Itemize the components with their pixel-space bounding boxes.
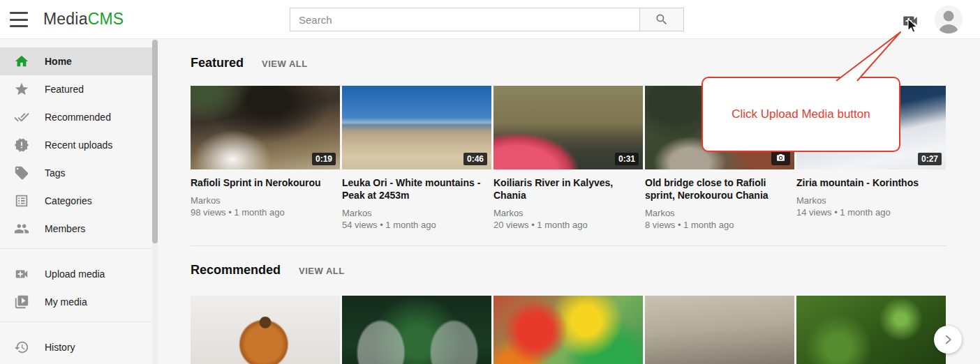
new-releases-icon (14, 137, 29, 153)
media-title[interactable]: Rafioli Sprint in Nerokourou (191, 176, 340, 189)
avatar[interactable] (935, 6, 963, 33)
annotation-text: Click Upload Media button (732, 107, 870, 121)
media-card[interactable]: 0:31 Koiliaris River in Kalyves, Chania … (493, 86, 643, 230)
media-card[interactable] (645, 296, 794, 364)
media-meta: 14 views • 1 month ago (796, 206, 946, 218)
media-card[interactable] (191, 296, 340, 364)
logo[interactable]: MediaCMS (43, 10, 124, 29)
sidebar-item-label: Members (45, 223, 85, 234)
logo-cms: CMS (88, 10, 124, 28)
sidebar-item-label: Home (45, 56, 72, 67)
media-meta: 54 views • 1 month ago (342, 219, 491, 231)
media-card[interactable] (342, 296, 491, 364)
image-type-badge (771, 151, 790, 165)
media-author[interactable]: Markos (493, 207, 643, 219)
media-thumbnail[interactable] (342, 296, 491, 364)
media-title[interactable]: Old bridge close to Rafioli sprint, Nero… (645, 176, 794, 202)
media-thumbnail[interactable]: 0:31 (493, 86, 643, 169)
recommended-section-header: Recommended VIEW ALL (191, 263, 980, 277)
double-check-icon (14, 109, 29, 125)
media-author[interactable]: Markos (796, 195, 946, 206)
media-title[interactable]: Ziria mountain - Korinthos (796, 176, 946, 189)
sidebar-item-my-media[interactable]: My media (0, 288, 152, 316)
star-icon (14, 82, 29, 97)
menu-icon[interactable] (10, 12, 28, 27)
tag-icon (14, 165, 29, 181)
search-button[interactable] (640, 8, 684, 31)
media-card[interactable]: 0:46 Leuka Ori - White mountains - Peak … (342, 86, 491, 230)
sidebar: Home Featured Recommended Recent uploads… (0, 39, 152, 364)
media-author[interactable]: Markos (342, 207, 491, 219)
sidebar-item-label: Upload media (45, 268, 105, 280)
sidebar-item-upload-media[interactable]: Upload media (0, 260, 152, 288)
sidebar-item-label: Categories (45, 195, 92, 206)
media-card[interactable] (796, 296, 946, 364)
sidebar-item-featured[interactable]: Featured (0, 75, 152, 103)
sidebar-item-label: History (45, 342, 75, 353)
section-title-featured: Featured (191, 56, 244, 70)
recommended-view-all-link[interactable]: VIEW ALL (299, 266, 345, 276)
sidebar-item-history[interactable]: History (0, 333, 152, 361)
home-icon (14, 54, 29, 69)
magnifier-icon (655, 13, 669, 26)
section-divider (191, 245, 947, 246)
sidebar-scrollbar-track[interactable] (152, 39, 158, 364)
annotation-callout: Click Upload Media button (701, 77, 900, 152)
people-icon (14, 221, 29, 236)
sidebar-item-recent-uploads[interactable]: Recent uploads (0, 131, 152, 159)
media-thumbnail[interactable]: 0:19 (191, 86, 340, 169)
media-meta: 98 views • 1 month ago (191, 206, 340, 218)
media-thumbnail[interactable] (796, 296, 946, 364)
person-silhouette-icon (935, 6, 963, 33)
list-box-icon (14, 193, 29, 208)
media-card[interactable] (493, 296, 643, 364)
mouse-cursor-icon (905, 18, 919, 33)
sidebar-item-label: Recommended (45, 112, 111, 123)
media-thumbnail[interactable] (645, 296, 794, 364)
video-library-icon (14, 294, 29, 310)
media-thumbnail[interactable] (493, 296, 643, 364)
media-title[interactable]: Koiliaris River in Kalyves, Chania (493, 176, 643, 202)
media-card[interactable]: 0:19 Rafioli Sprint in Nerokourou Markos… (191, 86, 340, 230)
chevron-right-icon (942, 333, 954, 346)
duration-badge: 0:19 (312, 153, 336, 165)
camera-icon (776, 153, 785, 162)
sidebar-scrollbar-thumb[interactable] (152, 40, 158, 243)
duration-badge: 0:27 (918, 153, 942, 165)
sidebar-item-tags[interactable]: Tags (0, 159, 152, 187)
search-input[interactable] (290, 8, 640, 31)
sidebar-item-recommended[interactable]: Recommended (0, 103, 152, 131)
sidebar-item-label: Recent uploads (45, 139, 112, 151)
sidebar-item-label: Featured (45, 84, 84, 95)
sidebar-item-label: My media (45, 296, 87, 308)
media-title[interactable]: Leuka Ori - White mountains - Peak at 24… (342, 176, 491, 202)
annotation-callout-tail (824, 25, 907, 84)
sidebar-item-members[interactable]: Members (0, 215, 152, 243)
section-title-recommended: Recommended (191, 263, 281, 277)
media-meta: 8 views • 1 month ago (645, 219, 794, 231)
duration-badge: 0:31 (615, 153, 639, 165)
duration-badge: 0:46 (463, 153, 487, 165)
logo-media: Media (43, 10, 88, 28)
sidebar-item-categories[interactable]: Categories (0, 187, 152, 215)
media-author[interactable]: Markos (191, 195, 340, 206)
media-author[interactable]: Markos (645, 207, 794, 219)
media-thumbnail[interactable] (191, 296, 340, 364)
sidebar-item-label: Tags (45, 167, 66, 179)
recommended-cards-row (191, 296, 980, 364)
search-bar (290, 8, 684, 31)
video-call-plus-icon (14, 266, 29, 282)
carousel-next-button[interactable] (934, 326, 962, 354)
media-meta: 20 views • 1 month ago (493, 219, 643, 231)
history-clock-icon (14, 340, 29, 355)
featured-view-all-link[interactable]: VIEW ALL (262, 59, 308, 69)
media-thumbnail[interactable]: 0:46 (342, 86, 491, 169)
sidebar-item-home[interactable]: Home (0, 47, 152, 75)
